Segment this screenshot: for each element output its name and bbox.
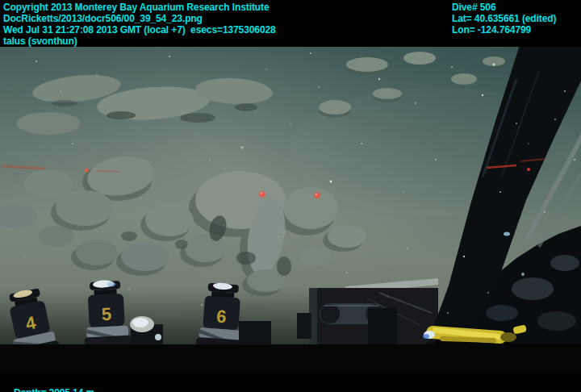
overlay-top-right-block: Dive# 506 Lat= 40.635661 (edited) Lon= -…: [452, 2, 556, 35]
latitude-line: Lat= 40.635661 (edited): [452, 13, 556, 24]
sample-drawer: [297, 278, 438, 345]
copyright-line: Copyright 2013 Monterey Bay Aquarium Res…: [3, 2, 276, 13]
file-path-line: DocRicketts/2013/docr506/00_39_54_23.png: [3, 13, 276, 24]
foreground-shadow: [0, 344, 581, 372]
annotation-line: talus (svonthun): [3, 35, 276, 47]
video-frame-grab: 4 5 6: [0, 0, 581, 392]
longitude-line: Lon= -124.764799: [452, 24, 556, 35]
core-number-label: 5: [101, 304, 112, 325]
timestamp-line: Wed Jul 31 21:27:08 2013 GMT (local +7) …: [3, 24, 276, 35]
dive-number-line: Dive# 506: [452, 2, 556, 13]
laser-dot-right: [313, 191, 321, 199]
undersea-scene: 4 5 6: [0, 47, 581, 372]
telemetry-readout: Depth= 2005.14 m Temp= 1.970 C Sal= 34.6…: [3, 376, 103, 392]
overlay-top-left-block: Copyright 2013 Monterey Bay Aquarium Res…: [3, 2, 276, 47]
depth-readout: Depth= 2005.14 m: [14, 387, 94, 392]
core-number-label: 6: [215, 307, 227, 327]
laser-dot-left: [258, 190, 266, 198]
